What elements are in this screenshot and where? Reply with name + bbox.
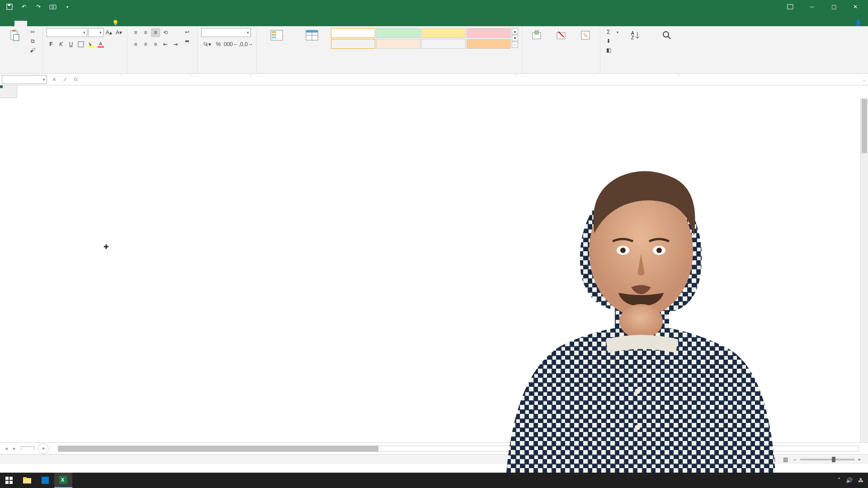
find-select-button[interactable] bbox=[653, 28, 681, 43]
spreadsheet-grid[interactable]: ✚ bbox=[0, 85, 868, 442]
enter-formula-icon[interactable]: ✓ bbox=[61, 75, 70, 84]
tab-home[interactable] bbox=[14, 21, 27, 26]
style-standard[interactable] bbox=[331, 28, 375, 38]
align-center-icon[interactable]: ≡ bbox=[141, 40, 150, 49]
fx-icon[interactable]: fx bbox=[71, 75, 80, 84]
insert-cells-button[interactable] bbox=[526, 28, 547, 43]
style-gallery-scroll[interactable]: ▴ ▾ ⋯ bbox=[512, 28, 518, 49]
view-pagebreak-icon[interactable]: ▥ bbox=[781, 455, 790, 464]
paste-button[interactable] bbox=[4, 28, 25, 43]
scroll-down-icon[interactable]: ▾ bbox=[512, 35, 518, 41]
horizontal-scrollbar[interactable] bbox=[58, 446, 859, 452]
formula-input[interactable] bbox=[83, 75, 860, 84]
hscroll-thumb[interactable] bbox=[58, 446, 378, 451]
align-bottom-icon[interactable]: ≡ bbox=[151, 28, 160, 37]
font-name-select[interactable] bbox=[47, 28, 87, 37]
tab-pagelayout[interactable] bbox=[40, 21, 52, 26]
start-button[interactable] bbox=[0, 473, 18, 488]
tab-formulas[interactable] bbox=[52, 21, 65, 26]
fill-handle[interactable] bbox=[0, 85, 3, 88]
cell-styles-gallery[interactable] bbox=[331, 28, 511, 49]
tray-network-icon[interactable]: 🖧 bbox=[858, 477, 863, 483]
align-top-icon[interactable]: ≡ bbox=[131, 28, 140, 37]
task-explorer-icon[interactable] bbox=[18, 473, 36, 488]
expand-formula-bar-icon[interactable]: ⌄ bbox=[860, 77, 868, 82]
bold-button[interactable]: F bbox=[47, 40, 56, 49]
sheet-tab[interactable] bbox=[21, 446, 34, 450]
increase-font-icon[interactable]: A▴ bbox=[104, 28, 113, 37]
align-middle-icon[interactable]: ≡ bbox=[141, 28, 150, 37]
view-normal-icon[interactable]: ▦ bbox=[755, 455, 764, 464]
qat-more-icon[interactable]: ▾ bbox=[62, 2, 72, 12]
percent-icon[interactable]: % bbox=[214, 40, 223, 49]
style-calc[interactable] bbox=[376, 39, 420, 49]
zoom-out-icon[interactable]: − bbox=[793, 457, 796, 462]
style-visited[interactable] bbox=[421, 39, 466, 49]
tab-data[interactable] bbox=[65, 21, 78, 26]
format-cells-button[interactable] bbox=[575, 28, 596, 43]
decrease-decimal-icon[interactable]: ,0→ bbox=[244, 40, 253, 49]
tab-file[interactable] bbox=[2, 21, 14, 26]
tray-up-icon[interactable]: ˄ bbox=[838, 477, 840, 483]
number-format-select[interactable] bbox=[201, 28, 251, 37]
clear-button[interactable]: ◧ bbox=[604, 46, 619, 54]
borders-button[interactable] bbox=[76, 40, 85, 49]
align-right-icon[interactable]: ≡ bbox=[151, 40, 160, 49]
zoom-thumb[interactable] bbox=[832, 457, 835, 462]
underline-button[interactable]: U bbox=[66, 40, 75, 49]
cut-button[interactable]: ✂ bbox=[28, 28, 39, 36]
font-size-select[interactable] bbox=[88, 28, 104, 37]
ribbon-display-icon[interactable] bbox=[781, 0, 799, 14]
task-app-icon[interactable] bbox=[36, 473, 54, 488]
autosum-button[interactable]: Σ▾ bbox=[604, 28, 619, 36]
camera-icon[interactable] bbox=[48, 2, 58, 12]
thousands-icon[interactable]: 000 bbox=[224, 40, 233, 49]
orientation-icon[interactable]: ⟲ bbox=[161, 28, 170, 37]
close-icon[interactable]: ✕ bbox=[846, 0, 864, 14]
sheet-prev-icon[interactable]: ◄ bbox=[3, 445, 10, 452]
style-good[interactable] bbox=[376, 28, 420, 38]
italic-button[interactable]: K bbox=[57, 40, 66, 49]
format-as-table-button[interactable] bbox=[296, 28, 328, 43]
vertical-scrollbar[interactable] bbox=[860, 98, 868, 442]
decrease-font-icon[interactable]: A▾ bbox=[114, 28, 123, 37]
currency-icon[interactable]: ₠▾ bbox=[201, 40, 213, 49]
indent-increase-icon[interactable]: ⇥ bbox=[171, 40, 180, 49]
zoom-slider[interactable] bbox=[800, 459, 854, 460]
increase-decimal-icon[interactable]: ←,0 bbox=[234, 40, 243, 49]
fill-button[interactable]: ⬇ bbox=[604, 37, 619, 45]
copy-button[interactable]: ⧉ bbox=[28, 37, 39, 45]
style-neutral[interactable] bbox=[421, 28, 466, 38]
merge-button[interactable]: ⬌ bbox=[183, 37, 193, 45]
minimize-icon[interactable]: ─ bbox=[803, 0, 821, 14]
cancel-formula-icon[interactable]: ✕ bbox=[50, 75, 59, 84]
task-excel-icon[interactable]: X bbox=[54, 473, 72, 488]
tab-insert[interactable] bbox=[27, 21, 40, 26]
undo-icon[interactable]: ↶ bbox=[19, 2, 29, 12]
wrap-text-button[interactable]: ↩ bbox=[183, 28, 193, 36]
style-output[interactable] bbox=[331, 39, 375, 49]
tab-review[interactable] bbox=[78, 21, 90, 26]
scroll-more-icon[interactable]: ⋯ bbox=[512, 42, 518, 48]
conditional-format-button[interactable] bbox=[260, 28, 293, 43]
indent-decrease-icon[interactable]: ⇤ bbox=[161, 40, 170, 49]
tray-volume-icon[interactable]: 🔊 bbox=[846, 477, 853, 483]
tell-me-search[interactable]: 💡 bbox=[112, 20, 122, 26]
tab-view[interactable] bbox=[90, 21, 103, 26]
maximize-icon[interactable]: ▢ bbox=[825, 0, 843, 14]
align-left-icon[interactable]: ≡ bbox=[131, 40, 140, 49]
sheet-next-icon[interactable]: ► bbox=[11, 445, 18, 452]
view-pagelayout-icon[interactable]: ▤ bbox=[768, 455, 777, 464]
font-color-button[interactable]: A bbox=[96, 40, 105, 49]
save-icon[interactable] bbox=[5, 2, 14, 12]
style-bad[interactable] bbox=[467, 28, 511, 38]
new-sheet-button[interactable]: + bbox=[38, 443, 49, 454]
redo-icon[interactable]: ↷ bbox=[33, 2, 43, 12]
format-painter-button[interactable]: 🖌 bbox=[28, 46, 39, 54]
fill-color-button[interactable] bbox=[86, 40, 95, 49]
style-input[interactable] bbox=[467, 39, 511, 49]
scroll-up-icon[interactable]: ▴ bbox=[512, 28, 518, 34]
delete-cells-button[interactable] bbox=[550, 28, 572, 43]
name-box[interactable] bbox=[2, 75, 47, 84]
vscroll-thumb[interactable] bbox=[862, 99, 867, 153]
